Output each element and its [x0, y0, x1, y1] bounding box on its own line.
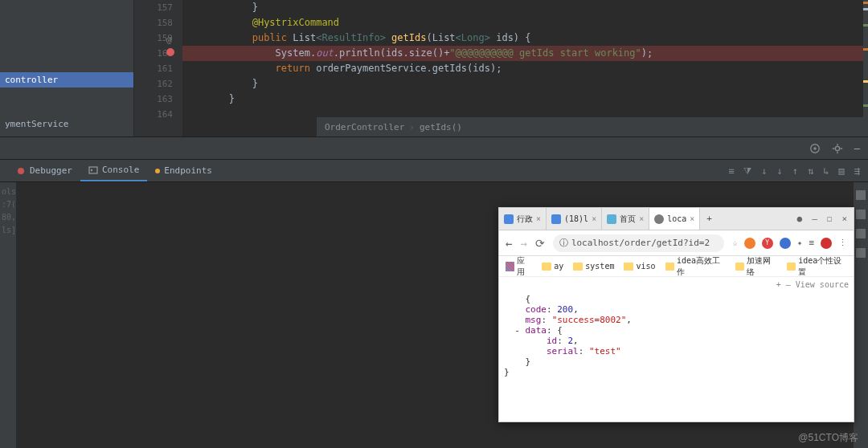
- svg-point-3: [18, 168, 24, 174]
- star-icon[interactable]: ☆: [732, 238, 738, 248]
- folder-icon: [665, 263, 674, 271]
- folder-icon: [573, 263, 583, 271]
- favicon-icon: [504, 214, 514, 224]
- editor[interactable]: 157 158 159 160 161 162 163 164 @ } @Hys…: [134, 0, 868, 136]
- new-tab-button[interactable]: +: [700, 214, 719, 224]
- rail-icon[interactable]: [856, 190, 866, 200]
- code-line: }: [182, 92, 863, 107]
- wrap-icon[interactable]: ⇶: [854, 165, 860, 177]
- bookmark-folder[interactable]: idea个性设置: [787, 255, 847, 278]
- left-label: ols :7( 80, ls]: [0, 182, 16, 448]
- line-number: 158: [134, 15, 173, 31]
- tree-item-service[interactable]: ymentService: [0, 116, 133, 132]
- globe-icon: [654, 214, 664, 224]
- bookmarks-bar: 应用 ay system viso idea高效工作 加速网络 idea个性设置: [499, 256, 854, 277]
- code-line: }: [182, 76, 863, 92]
- code-line: return orderPaymentService.getIds(ids);: [182, 61, 863, 76]
- rail-icon[interactable]: [856, 229, 866, 238]
- url-input[interactable]: ⓘ localhost/order/getId?id=2: [553, 234, 724, 252]
- list-icon[interactable]: ≡: [809, 238, 814, 248]
- chevron-right-icon: ›: [409, 122, 415, 132]
- line-number: 161: [134, 61, 173, 76]
- view-source-link[interactable]: + ‒ View source: [776, 280, 849, 289]
- close-icon[interactable]: ×: [592, 214, 596, 223]
- forward-icon[interactable]: →: [520, 237, 526, 250]
- breadcrumb[interactable]: OrderController › getIds(): [317, 117, 868, 136]
- browser-titlebar[interactable]: 行政× (18)l× 首页× loca× + ● — ☐ ×: [499, 208, 854, 230]
- close-icon[interactable]: ×: [841, 214, 847, 224]
- breadcrumb-method[interactable]: getIds(): [420, 122, 462, 132]
- extension-icon[interactable]: Y: [762, 238, 773, 249]
- back-icon[interactable]: ←: [506, 237, 512, 250]
- browser-window[interactable]: 行政× (18)l× 首页× loca× + ● — ☐ × ← → ⟳ ⓘ l…: [498, 207, 854, 422]
- arrow-down-icon[interactable]: ↓: [761, 165, 767, 177]
- bookmark-folder[interactable]: system: [573, 262, 614, 271]
- line-number: 164: [134, 107, 173, 122]
- folder-icon: [787, 263, 796, 271]
- arrow-up-icon[interactable]: ↑: [792, 165, 798, 177]
- close-icon[interactable]: ×: [639, 214, 644, 223]
- filter-icon[interactable]: ⧩: [743, 165, 751, 177]
- code-area[interactable]: } @HystrixCommand public List<ResultInfo…: [182, 0, 863, 136]
- code-line: public List<ResultInfo> getIds(List<Long…: [182, 31, 863, 46]
- browser-tab[interactable]: (18)l×: [547, 208, 602, 230]
- maximize-icon[interactable]: ☐: [827, 214, 833, 224]
- endpoints-icon: [155, 169, 160, 173]
- url-text: localhost/order/getId?id=2: [571, 238, 710, 248]
- tab-endpoints[interactable]: Endpoints: [147, 160, 220, 181]
- extension-icon[interactable]: [744, 238, 755, 249]
- gutter[interactable]: 157 158 159 160 161 162 163 164 @: [134, 0, 182, 136]
- layout-icon[interactable]: ▤: [839, 165, 845, 177]
- watermark: @51CTO博客: [798, 431, 858, 445]
- debug-tabs: Debugger Console Endpoints ≡ ⧩ ↓ ↓ ↑ ⇅ ↳…: [0, 160, 868, 182]
- browser-tab[interactable]: 首页×: [602, 208, 649, 230]
- favicon-icon: [551, 214, 561, 224]
- breadcrumb-class[interactable]: OrderController: [325, 122, 404, 132]
- menu-icon[interactable]: ⋮: [838, 238, 847, 248]
- extension-icon[interactable]: [780, 238, 791, 249]
- breakpoint-icon[interactable]: [166, 48, 174, 56]
- gear-icon[interactable]: [832, 143, 843, 154]
- minimap[interactable]: [863, 0, 868, 136]
- arrow-down-icon[interactable]: ↓: [777, 165, 783, 177]
- response-body[interactable]: + ‒ View source{ code: 200, msg: "succes…: [499, 277, 854, 384]
- apps-button[interactable]: 应用: [506, 255, 532, 278]
- reload-icon[interactable]: ⟳: [535, 237, 545, 250]
- code-line: }: [182, 0, 863, 15]
- avatar-icon[interactable]: [821, 238, 832, 249]
- list-icon[interactable]: ≡: [728, 165, 734, 177]
- browser-tab[interactable]: 行政×: [499, 208, 547, 230]
- window-button[interactable]: ●: [797, 214, 803, 224]
- bug-icon: [16, 166, 26, 176]
- tab-console[interactable]: Console: [80, 160, 147, 181]
- svg-point-1: [813, 147, 817, 150]
- line-number: 163: [134, 92, 173, 107]
- bookmark-folder[interactable]: 加速网络: [735, 255, 777, 278]
- rail-icon[interactable]: [856, 248, 866, 258]
- info-icon: ⓘ: [559, 237, 568, 249]
- close-icon[interactable]: ×: [690, 214, 694, 223]
- bookmark-folder[interactable]: ay: [542, 262, 563, 271]
- minimize-icon[interactable]: —: [854, 143, 860, 154]
- gutter-annotation-icon: @: [166, 32, 172, 47]
- puzzle-icon[interactable]: ✦: [797, 238, 803, 248]
- address-bar: ← → ⟳ ⓘ localhost/order/getId?id=2 ☆ Y ✦…: [499, 230, 854, 256]
- step-icon[interactable]: ↳: [823, 165, 829, 177]
- bookmark-folder[interactable]: viso: [624, 262, 655, 271]
- close-icon[interactable]: ×: [536, 214, 541, 223]
- apps-icon: [506, 262, 514, 271]
- folder-icon: [542, 263, 551, 271]
- editor-toolbar: —: [0, 136, 868, 159]
- tab-debugger[interactable]: Debugger: [8, 160, 80, 181]
- right-rail: [854, 182, 868, 448]
- bookmark-folder[interactable]: idea高效工作: [665, 255, 726, 278]
- rail-icon[interactable]: [856, 210, 866, 219]
- target-icon[interactable]: [809, 143, 821, 154]
- line-number: 162: [134, 76, 173, 92]
- swap-icon[interactable]: ⇅: [808, 165, 813, 177]
- minimize-icon[interactable]: —: [812, 214, 817, 224]
- project-panel[interactable]: controller ymentService: [0, 0, 134, 136]
- browser-tab-active[interactable]: loca×: [649, 208, 700, 230]
- folder-icon: [624, 263, 633, 271]
- tree-item-controller[interactable]: controller: [0, 72, 133, 88]
